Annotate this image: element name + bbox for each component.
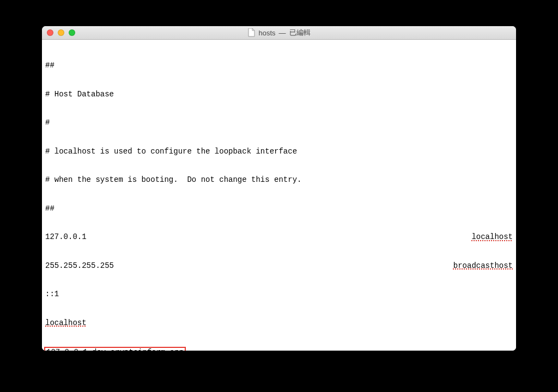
- window: hosts — 已編輯 ## # Host Database # # local…: [42, 26, 516, 351]
- host-name: localhost: [471, 232, 513, 242]
- maximize-button[interactable]: [69, 29, 75, 36]
- traffic-lights: [47, 29, 75, 36]
- titlebar[interactable]: hosts — 已編輯: [42, 26, 516, 40]
- close-button[interactable]: [47, 29, 53, 36]
- host-ip: 255.255.255.255: [45, 261, 114, 271]
- text-line: ##: [45, 61, 513, 71]
- title-status: 已編輯: [289, 28, 311, 38]
- text-line: 127.0.0.1 localhost: [45, 232, 513, 242]
- text-line: # localhost is used to configure the loo…: [45, 147, 513, 157]
- title-separator: —: [279, 29, 286, 37]
- host-ip: 127.0.0.1: [45, 232, 87, 242]
- text-line: 127.0.0.1 dev.cryptoinform.app: [45, 347, 513, 351]
- window-title: hosts — 已編輯: [42, 28, 516, 38]
- minimize-button[interactable]: [58, 29, 64, 36]
- text-line: # Host Database: [45, 90, 513, 100]
- text-line: # when the system is booting. Do not cha…: [45, 175, 513, 185]
- document-icon: [247, 28, 255, 37]
- host-name: broadcasthost: [453, 261, 513, 271]
- highlighted-entry: 127.0.0.1 dev.cryptoinform.app: [44, 347, 186, 351]
- text-line: ##: [45, 204, 513, 214]
- title-filename: hosts: [258, 29, 275, 37]
- text-line: #: [45, 118, 513, 128]
- text-line: localhost: [45, 318, 513, 328]
- text-line: ::1: [45, 290, 513, 299]
- host-name: localhost: [45, 318, 87, 327]
- text-line: 255.255.255.255 broadcasthost: [45, 261, 513, 271]
- text-editor[interactable]: ## # Host Database # # localhost is used…: [42, 40, 516, 351]
